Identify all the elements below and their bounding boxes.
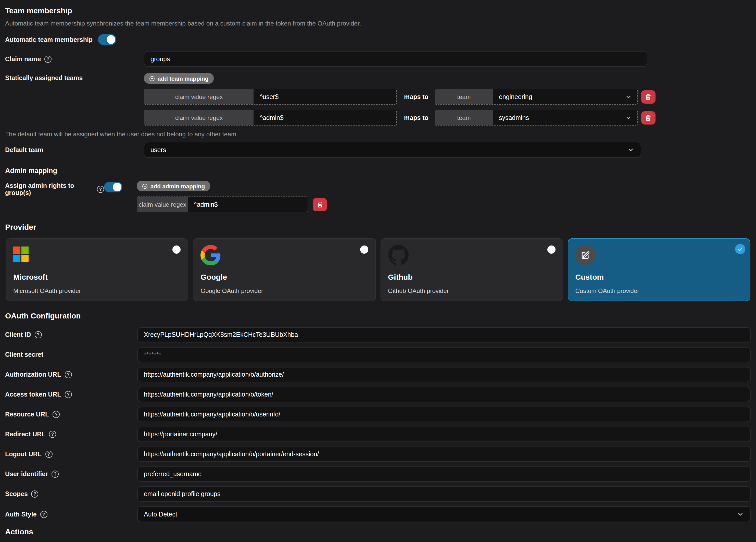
logout-url-input[interactable]: [137, 447, 751, 462]
trash-icon: [645, 93, 652, 100]
client-id-row: Client ID ?: [5, 327, 751, 343]
redirect-url-input[interactable]: [137, 427, 751, 442]
client-id-label: Client ID ?: [5, 331, 137, 338]
team-select-group: team sysadmins: [435, 110, 638, 125]
claim-value-regex-prefix: claim value regex: [137, 197, 188, 212]
scopes-label: Scopes ?: [5, 490, 137, 498]
maps-to-label: maps to: [404, 93, 429, 100]
help-icon[interactable]: ?: [65, 391, 72, 398]
redirect-url-row: Redirect URL ?: [5, 427, 751, 442]
help-icon[interactable]: ?: [40, 511, 47, 518]
oauth-configuration-heading: OAuth Configuration: [5, 311, 751, 320]
claim-regex-input-1[interactable]: [254, 89, 396, 104]
default-team-row: Default team users: [5, 142, 751, 158]
team-prefix: team: [435, 110, 493, 125]
help-icon[interactable]: ?: [65, 371, 72, 378]
plus-circle-icon: [149, 75, 155, 81]
assign-admin-rights-label: Assign admin rights to group(s) ?: [5, 182, 104, 196]
add-team-mapping-button[interactable]: add team mapping: [144, 73, 214, 84]
provider-card-description: Github OAuth provider: [388, 287, 556, 295]
authorization-url-row: Authorization URL ?: [5, 367, 751, 382]
auth-style-select[interactable]: Auto Detect: [137, 506, 751, 522]
admin-claim-regex-input[interactable]: [188, 197, 308, 212]
maps-to-label: maps to: [404, 114, 429, 121]
claim-name-row: Claim name ?: [5, 51, 751, 67]
help-icon[interactable]: ?: [97, 186, 104, 193]
radio-unselected-icon[interactable]: [360, 245, 368, 253]
provider-card-google[interactable]: Google Google OAuth provider: [193, 238, 376, 301]
default-team-label: Default team: [5, 146, 144, 153]
user-identifier-label: User identifier ?: [5, 471, 137, 478]
logout-url-row: Logout URL ?: [5, 447, 751, 462]
team-membership-description: Automatic team membership synchronizes t…: [5, 20, 751, 27]
toggle-knob: [113, 183, 121, 191]
toggle-knob: [106, 35, 115, 44]
provider-card-description: Microsoft OAuth provider: [13, 287, 181, 295]
team-select-1[interactable]: engineering: [493, 89, 637, 104]
client-secret-input[interactable]: [137, 347, 751, 362]
access-token-url-row: Access token URL ?: [5, 387, 751, 402]
provider-card-microsoft[interactable]: Microsoft Microsoft OAuth provider: [6, 238, 188, 301]
access-token-url-input[interactable]: [137, 387, 751, 402]
assign-admin-rights-row: Assign admin rights to group(s) ? add ad…: [5, 181, 751, 212]
default-team-note: The default team will be assigned when t…: [5, 131, 751, 138]
claim-name-label: Claim name ?: [5, 55, 144, 62]
help-icon[interactable]: ?: [44, 55, 52, 62]
default-team-select[interactable]: users: [144, 142, 641, 158]
chevron-down-icon: [627, 146, 635, 154]
delete-team-mapping-button-1[interactable]: [641, 90, 656, 103]
automatic-team-membership-row: Automatic team membership: [5, 34, 751, 45]
help-icon[interactable]: ?: [45, 451, 52, 458]
microsoft-logo-icon: [13, 246, 29, 262]
chevron-down-icon: [625, 114, 632, 121]
provider-card-title: Microsoft: [13, 273, 181, 281]
redirect-url-label: Redirect URL ?: [5, 431, 137, 438]
provider-card-title: Google: [201, 273, 368, 281]
chevron-down-icon: [625, 93, 632, 100]
help-icon[interactable]: ?: [53, 411, 60, 418]
claim-regex-input-2[interactable]: [254, 110, 396, 125]
user-identifier-input[interactable]: [137, 467, 751, 482]
admin-mapping-heading: Admin mapping: [5, 167, 751, 174]
team-select-2[interactable]: sysadmins: [493, 110, 637, 125]
help-icon[interactable]: ?: [52, 471, 59, 478]
help-icon[interactable]: ?: [31, 490, 39, 498]
team-select-group: team engineering: [435, 89, 638, 105]
authorization-url-label: Authorization URL ?: [5, 371, 137, 378]
user-identifier-row: User identifier ?: [5, 467, 751, 482]
provider-cards: Microsoft Microsoft OAuth provider Googl…: [6, 238, 750, 301]
claim-name-input[interactable]: [144, 51, 647, 67]
provider-card-custom[interactable]: Custom Custom OAuth provider: [568, 238, 751, 301]
help-icon[interactable]: ?: [49, 431, 56, 438]
trash-icon: [317, 201, 323, 208]
add-admin-mapping-button[interactable]: add admin mapping: [137, 181, 210, 191]
client-secret-label: Client secret: [5, 351, 137, 358]
client-secret-row: Client secret: [5, 347, 751, 362]
resource-url-row: Resource URL ?: [5, 407, 751, 422]
claim-value-regex-prefix: claim value regex: [144, 110, 254, 125]
team-mapping-row: claim value regex maps to team engineeri…: [144, 89, 656, 105]
delete-admin-mapping-button[interactable]: [313, 198, 327, 211]
auth-style-row: Auth Style ? Auto Detect: [5, 506, 751, 522]
assign-admin-rights-toggle[interactable]: [104, 182, 122, 192]
statically-assigned-teams-label: Statically assigned teams: [5, 74, 144, 82]
delete-team-mapping-button-2[interactable]: [641, 111, 656, 124]
authorization-url-input[interactable]: [137, 367, 751, 382]
auth-style-label: Auth Style ?: [5, 511, 137, 518]
claim-regex-group: claim value regex: [137, 196, 308, 212]
automatic-team-membership-label: Automatic team membership: [5, 36, 93, 43]
provider-card-github[interactable]: Github Github OAuth provider: [380, 238, 563, 301]
help-icon[interactable]: ?: [34, 331, 42, 338]
admin-mapping-row: claim value regex: [137, 196, 327, 212]
radio-unselected-icon[interactable]: [547, 245, 556, 253]
resource-url-input[interactable]: [137, 407, 751, 422]
chevron-down-icon: [737, 510, 744, 518]
trash-icon: [645, 114, 652, 121]
scopes-row: Scopes ?: [5, 486, 751, 502]
automatic-team-membership-toggle[interactable]: [98, 34, 116, 45]
client-id-input[interactable]: [137, 327, 751, 343]
scopes-input[interactable]: [137, 486, 751, 502]
team-mapping-row: claim value regex maps to team sysadmins: [144, 110, 656, 125]
resource-url-label: Resource URL ?: [5, 411, 137, 418]
team-membership-heading: Team membership: [5, 6, 751, 15]
